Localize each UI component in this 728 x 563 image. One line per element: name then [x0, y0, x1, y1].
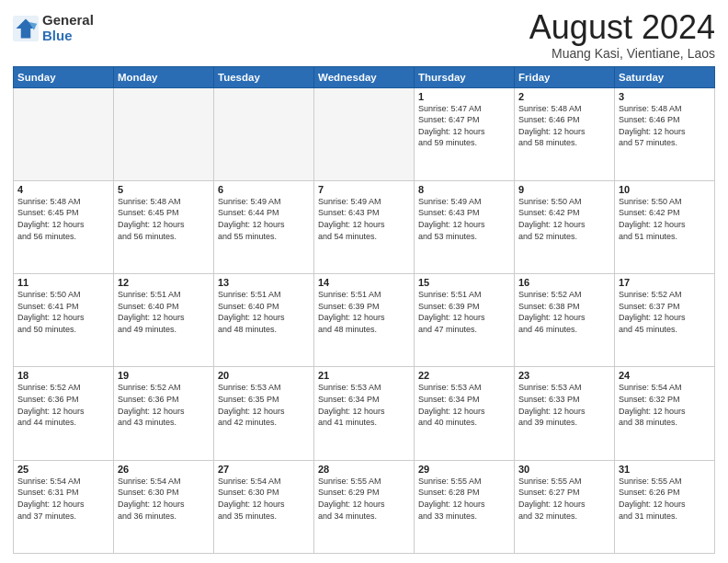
calendar-cell: 13Sunrise: 5:51 AM Sunset: 6:40 PM Dayli… [214, 274, 314, 367]
day-number: 16 [518, 277, 610, 288]
day-info: Sunrise: 5:53 AM Sunset: 6:35 PM Dayligh… [218, 382, 310, 428]
day-info: Sunrise: 5:50 AM Sunset: 6:41 PM Dayligh… [17, 289, 109, 335]
day-number: 12 [118, 277, 210, 288]
day-number: 17 [619, 277, 711, 288]
day-number: 14 [318, 277, 410, 288]
day-info: Sunrise: 5:49 AM Sunset: 6:43 PM Dayligh… [318, 196, 410, 242]
calendar-cell: 12Sunrise: 5:51 AM Sunset: 6:40 PM Dayli… [114, 274, 214, 367]
day-info: Sunrise: 5:54 AM Sunset: 6:31 PM Dayligh… [17, 476, 109, 522]
day-number: 9 [518, 184, 610, 195]
calendar-cell: 24Sunrise: 5:54 AM Sunset: 6:32 PM Dayli… [615, 367, 715, 460]
title-block: August 2024 Muang Kasi, Vientiane, Laos [529, 9, 715, 61]
day-number: 18 [17, 370, 109, 381]
calendar-cell: 29Sunrise: 5:55 AM Sunset: 6:28 PM Dayli… [415, 460, 515, 553]
day-info: Sunrise: 5:55 AM Sunset: 6:26 PM Dayligh… [619, 476, 711, 522]
day-number: 5 [118, 184, 210, 195]
calendar-table: Sunday Monday Tuesday Wednesday Thursday… [13, 66, 715, 554]
col-monday: Monday [114, 66, 214, 87]
day-number: 8 [418, 184, 510, 195]
day-number: 22 [418, 370, 510, 381]
day-info: Sunrise: 5:48 AM Sunset: 6:46 PM Dayligh… [619, 103, 711, 149]
calendar-cell: 16Sunrise: 5:52 AM Sunset: 6:38 PM Dayli… [515, 274, 615, 367]
calendar-cell: 1Sunrise: 5:47 AM Sunset: 6:47 PM Daylig… [415, 87, 515, 180]
day-number: 25 [17, 464, 109, 475]
day-number: 30 [518, 464, 610, 475]
col-friday: Friday [515, 66, 615, 87]
calendar-cell: 20Sunrise: 5:53 AM Sunset: 6:35 PM Dayli… [214, 367, 314, 460]
calendar-cell: 5Sunrise: 5:48 AM Sunset: 6:45 PM Daylig… [114, 180, 214, 273]
col-sunday: Sunday [14, 66, 114, 87]
logo: General Blue [13, 13, 94, 43]
calendar-cell: 26Sunrise: 5:54 AM Sunset: 6:30 PM Dayli… [114, 460, 214, 553]
day-info: Sunrise: 5:55 AM Sunset: 6:28 PM Dayligh… [418, 476, 510, 522]
calendar-cell: 15Sunrise: 5:51 AM Sunset: 6:39 PM Dayli… [415, 274, 515, 367]
calendar-cell [314, 87, 415, 180]
day-info: Sunrise: 5:54 AM Sunset: 6:30 PM Dayligh… [218, 476, 310, 522]
calendar-week-4: 18Sunrise: 5:52 AM Sunset: 6:36 PM Dayli… [14, 367, 715, 460]
calendar-cell: 7Sunrise: 5:49 AM Sunset: 6:43 PM Daylig… [314, 180, 415, 273]
calendar-cell: 14Sunrise: 5:51 AM Sunset: 6:39 PM Dayli… [314, 274, 415, 367]
calendar-cell: 28Sunrise: 5:55 AM Sunset: 6:29 PM Dayli… [314, 460, 415, 553]
calendar-cell: 31Sunrise: 5:55 AM Sunset: 6:26 PM Dayli… [615, 460, 715, 553]
day-info: Sunrise: 5:52 AM Sunset: 6:36 PM Dayligh… [17, 382, 109, 428]
day-info: Sunrise: 5:49 AM Sunset: 6:44 PM Dayligh… [218, 196, 310, 242]
day-info: Sunrise: 5:54 AM Sunset: 6:30 PM Dayligh… [118, 476, 210, 522]
day-info: Sunrise: 5:53 AM Sunset: 6:33 PM Dayligh… [518, 382, 610, 428]
day-number: 28 [318, 464, 410, 475]
day-number: 6 [218, 184, 310, 195]
logo-blue-text: Blue [42, 29, 94, 44]
day-number: 2 [518, 91, 610, 102]
day-number: 4 [17, 184, 109, 195]
day-number: 3 [619, 91, 711, 102]
calendar-header-row: Sunday Monday Tuesday Wednesday Thursday… [14, 66, 715, 87]
day-info: Sunrise: 5:50 AM Sunset: 6:42 PM Dayligh… [518, 196, 610, 242]
day-number: 21 [318, 370, 410, 381]
col-wednesday: Wednesday [314, 66, 415, 87]
day-info: Sunrise: 5:54 AM Sunset: 6:32 PM Dayligh… [619, 382, 711, 428]
day-number: 20 [218, 370, 310, 381]
col-tuesday: Tuesday [214, 66, 314, 87]
logo-icon [13, 16, 39, 41]
day-number: 31 [619, 464, 711, 475]
day-info: Sunrise: 5:52 AM Sunset: 6:36 PM Dayligh… [118, 382, 210, 428]
calendar-cell: 17Sunrise: 5:52 AM Sunset: 6:37 PM Dayli… [615, 274, 715, 367]
logo-text: General Blue [42, 13, 94, 43]
day-info: Sunrise: 5:52 AM Sunset: 6:38 PM Dayligh… [518, 289, 610, 335]
calendar-cell [114, 87, 214, 180]
calendar-cell: 27Sunrise: 5:54 AM Sunset: 6:30 PM Dayli… [214, 460, 314, 553]
day-info: Sunrise: 5:51 AM Sunset: 6:40 PM Dayligh… [118, 289, 210, 335]
day-info: Sunrise: 5:51 AM Sunset: 6:39 PM Dayligh… [318, 289, 410, 335]
calendar-cell: 19Sunrise: 5:52 AM Sunset: 6:36 PM Dayli… [114, 367, 214, 460]
main-title: August 2024 [529, 9, 715, 46]
header: General Blue August 2024 Muang Kasi, Vie… [13, 9, 715, 61]
subtitle: Muang Kasi, Vientiane, Laos [529, 46, 715, 61]
calendar-cell: 8Sunrise: 5:49 AM Sunset: 6:43 PM Daylig… [415, 180, 515, 273]
day-number: 27 [218, 464, 310, 475]
day-info: Sunrise: 5:55 AM Sunset: 6:29 PM Dayligh… [318, 476, 410, 522]
day-info: Sunrise: 5:48 AM Sunset: 6:45 PM Dayligh… [118, 196, 210, 242]
day-info: Sunrise: 5:47 AM Sunset: 6:47 PM Dayligh… [418, 103, 510, 149]
day-info: Sunrise: 5:53 AM Sunset: 6:34 PM Dayligh… [318, 382, 410, 428]
calendar-cell: 21Sunrise: 5:53 AM Sunset: 6:34 PM Dayli… [314, 367, 415, 460]
day-info: Sunrise: 5:55 AM Sunset: 6:27 PM Dayligh… [518, 476, 610, 522]
logo-general-text: General [42, 13, 94, 29]
calendar-cell: 11Sunrise: 5:50 AM Sunset: 6:41 PM Dayli… [14, 274, 114, 367]
calendar-cell: 22Sunrise: 5:53 AM Sunset: 6:34 PM Dayli… [415, 367, 515, 460]
day-number: 13 [218, 277, 310, 288]
calendar-cell [14, 87, 114, 180]
calendar-cell: 3Sunrise: 5:48 AM Sunset: 6:46 PM Daylig… [615, 87, 715, 180]
day-number: 24 [619, 370, 711, 381]
day-number: 15 [418, 277, 510, 288]
calendar-cell: 4Sunrise: 5:48 AM Sunset: 6:45 PM Daylig… [14, 180, 114, 273]
calendar-week-1: 1Sunrise: 5:47 AM Sunset: 6:47 PM Daylig… [14, 87, 715, 180]
day-number: 26 [118, 464, 210, 475]
day-info: Sunrise: 5:49 AM Sunset: 6:43 PM Dayligh… [418, 196, 510, 242]
day-number: 29 [418, 464, 510, 475]
day-number: 19 [118, 370, 210, 381]
calendar-cell [214, 87, 314, 180]
page: General Blue August 2024 Muang Kasi, Vie… [0, 0, 728, 563]
calendar-cell: 6Sunrise: 5:49 AM Sunset: 6:44 PM Daylig… [214, 180, 314, 273]
calendar-cell: 30Sunrise: 5:55 AM Sunset: 6:27 PM Dayli… [515, 460, 615, 553]
col-saturday: Saturday [615, 66, 715, 87]
day-number: 11 [17, 277, 109, 288]
